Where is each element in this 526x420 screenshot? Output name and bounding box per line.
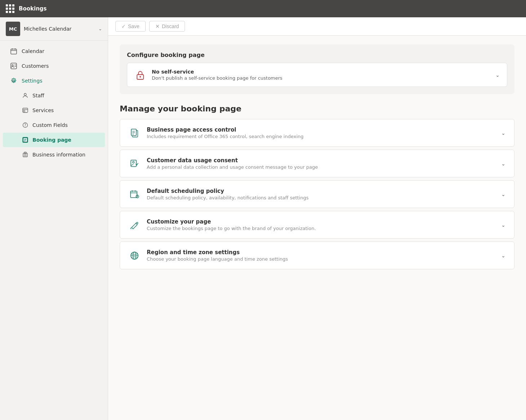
svg-point-25	[140, 76, 141, 78]
sidebar-item-calendar[interactable]: Calendar	[3, 44, 105, 58]
accordion-region-timezone[interactable]: Region and time zone settings Choose you…	[120, 242, 514, 269]
sidebar-item-custom-fields[interactable]: ? Custom Fields	[3, 118, 105, 132]
region-timezone-desc: Choose your booking page language and ti…	[147, 256, 501, 262]
data-consent-text: Customer data usage consent Add a person…	[147, 157, 501, 170]
sidebar-item-staff[interactable]: Staff	[3, 88, 105, 103]
svg-point-31	[133, 161, 134, 163]
calendar-name: Michelles Calendar	[24, 26, 98, 32]
configure-section: Configure booking page No self-service D…	[120, 44, 514, 94]
customize-icon	[129, 219, 140, 231]
sidebar-item-business-info[interactable]: Business information	[3, 147, 105, 162]
consent-icon	[129, 158, 140, 169]
manage-title: Manage your booking page	[120, 104, 514, 113]
customize-page-title: Customize your page	[147, 218, 501, 225]
content-area: ✓ Save ✕ Discard Configure booking page	[108, 17, 526, 420]
sidebar-label-staff: Staff	[32, 93, 44, 98]
svg-rect-4	[11, 63, 17, 69]
save-button[interactable]: ✓ Save	[115, 21, 146, 32]
app-grid-icon[interactable]	[6, 4, 14, 13]
svg-rect-0	[11, 49, 17, 54]
sidebar-item-customers[interactable]: Customers	[3, 59, 105, 73]
data-consent-title: Customer data usage consent	[147, 157, 501, 164]
nav-section: Calendar Customers	[0, 41, 108, 165]
services-icon	[22, 107, 29, 114]
svg-text:?: ?	[24, 123, 26, 127]
customize-chevron: ⌄	[501, 222, 505, 228]
scheduling-icon	[129, 189, 140, 200]
discard-button[interactable]: ✕ Discard	[149, 21, 185, 32]
discard-label: Discard	[162, 23, 179, 29]
customize-page-desc: Customize the bookings page to go with t…	[147, 226, 501, 231]
checkmark-icon: ✓	[121, 23, 126, 29]
svg-rect-21	[24, 152, 26, 154]
configure-card[interactable]: No self-service Don't publish a self-ser…	[127, 63, 507, 87]
settings-icon	[10, 77, 17, 84]
globe-icon	[129, 250, 140, 261]
sidebar-item-settings[interactable]: Settings	[3, 74, 105, 88]
region-timezone-title: Region and time zone settings	[147, 249, 501, 256]
sidebar: MC Michelles Calendar ⌄ Calendar	[0, 17, 108, 420]
save-label: Save	[128, 23, 140, 29]
sidebar-item-booking-page[interactable]: Booking page	[3, 133, 105, 147]
scheduling-chevron: ⌄	[501, 191, 505, 197]
lock-icon	[134, 69, 146, 81]
scheduling-policy-desc: Default scheduling policy, availability,…	[147, 195, 501, 200]
calendar-icon	[10, 48, 17, 55]
avatar: MC	[6, 22, 20, 36]
accordion-customize-page[interactable]: Customize your page Customize the bookin…	[120, 211, 514, 239]
svg-rect-26	[131, 129, 136, 136]
svg-rect-12	[23, 110, 25, 112]
svg-point-5	[12, 65, 13, 66]
chevron-down-icon: ⌄	[98, 26, 102, 31]
svg-point-8	[13, 80, 15, 82]
access-control-chevron: ⌄	[501, 130, 505, 136]
sidebar-label-settings: Settings	[22, 78, 42, 84]
configure-no-selfservice-title: No self-service	[152, 69, 495, 75]
x-icon: ✕	[155, 23, 160, 29]
staff-icon	[22, 92, 29, 99]
access-control-title: Business page access control	[147, 127, 501, 133]
data-consent-chevron: ⌄	[501, 161, 505, 167]
sidebar-label-business-info: Business information	[32, 152, 85, 158]
configure-title: Configure booking page	[127, 52, 507, 58]
topbar: Bookings	[0, 0, 526, 17]
document-icon	[129, 127, 140, 139]
customers-icon	[10, 62, 17, 70]
customize-page-text: Customize your page Customize the bookin…	[147, 218, 501, 231]
scheduling-policy-title: Default scheduling policy	[147, 188, 501, 194]
business-info-icon	[22, 151, 29, 158]
configure-text: No self-service Don't publish a self-ser…	[152, 69, 495, 81]
sidebar-label-customers: Customers	[22, 63, 49, 69]
calendar-selector[interactable]: MC Michelles Calendar ⌄	[0, 17, 108, 41]
sidebar-label-calendar: Calendar	[22, 48, 44, 54]
sidebar-label-custom-fields: Custom Fields	[32, 122, 68, 128]
scheduling-policy-text: Default scheduling policy Default schedu…	[147, 188, 501, 200]
toolbar: ✓ Save ✕ Discard	[108, 17, 526, 36]
configure-no-selfservice-desc: Don't publish a self-service booking pag…	[152, 75, 495, 81]
accordion-scheduling-policy[interactable]: Default scheduling policy Default schedu…	[120, 180, 514, 208]
booking-page-icon	[22, 136, 29, 143]
accordion-data-consent[interactable]: Customer data usage consent Add a person…	[120, 150, 514, 177]
sidebar-label-services: Services	[32, 107, 54, 113]
data-consent-desc: Add a personal data collection and usage…	[147, 164, 501, 170]
accordion-access-control[interactable]: Business page access control Includes re…	[120, 119, 514, 147]
sidebar-label-booking-page: Booking page	[32, 137, 71, 143]
svg-point-9	[24, 93, 26, 96]
region-chevron: ⌄	[501, 253, 505, 258]
configure-chevron-icon: ⌄	[495, 72, 500, 78]
main-content: Configure booking page No self-service D…	[108, 36, 526, 281]
region-timezone-text: Region and time zone settings Choose you…	[147, 249, 501, 262]
access-control-desc: Includes requirement of Office 365 contr…	[147, 134, 501, 139]
custom-fields-icon: ?	[22, 121, 29, 129]
sidebar-item-services[interactable]: Services	[3, 103, 105, 118]
app-title: Bookings	[19, 5, 47, 12]
access-control-text: Business page access control Includes re…	[147, 127, 501, 139]
